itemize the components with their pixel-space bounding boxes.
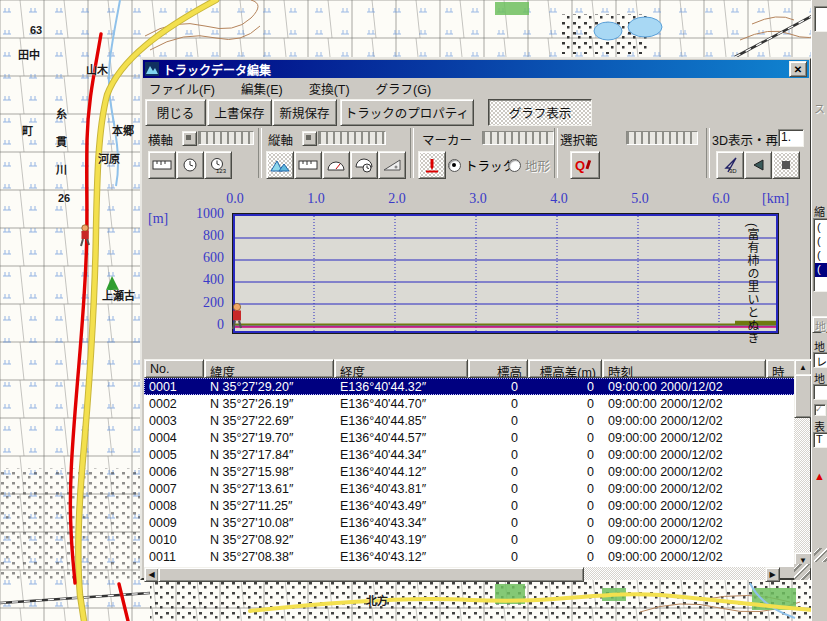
side-toolbox[interactable] bbox=[814, 6, 827, 32]
column-header[interactable]: No. bbox=[144, 359, 204, 378]
table-row[interactable]: 0010 N 35°27'08.92″ E136°40'43.19″ 0 0 0… bbox=[144, 531, 796, 548]
marker-label: マーカー bbox=[422, 130, 472, 149]
marker-pin-button[interactable] bbox=[418, 151, 446, 179]
table-row[interactable]: 0001 N 35°27'29.20″ E136°40'44.32″ 0 0 0… bbox=[144, 378, 796, 395]
cell-elevation: 0 bbox=[468, 482, 528, 496]
x-unit-label: [km] bbox=[762, 191, 789, 207]
side-dropdown-1[interactable]: レ bbox=[813, 352, 827, 368]
vaxis-option-button[interactable] bbox=[302, 131, 317, 146]
column-header[interactable]: 時 bbox=[766, 359, 796, 378]
svg-text:Q: Q bbox=[575, 158, 585, 173]
divider bbox=[258, 128, 262, 178]
target-track-radio[interactable]: トラック bbox=[448, 156, 515, 175]
side-checkbox[interactable]: ✓ bbox=[814, 404, 826, 416]
list-item[interactable]: ( bbox=[815, 221, 827, 235]
vaxis-slider[interactable] bbox=[318, 131, 386, 145]
menu-edit[interactable]: 編集(E) bbox=[241, 79, 283, 98]
side-header-1: ス bbox=[814, 100, 825, 116]
haxis-option-button[interactable] bbox=[182, 131, 197, 146]
marker-jump-button[interactable]: Q bbox=[570, 151, 600, 179]
cell-no: 0010 bbox=[144, 533, 204, 547]
column-header[interactable]: 時刻 bbox=[602, 359, 766, 378]
y-tick-label: 0 bbox=[144, 317, 224, 333]
vscroll-thumb[interactable] bbox=[794, 374, 812, 418]
column-header[interactable]: 緯度 bbox=[204, 359, 334, 378]
view-3d-button[interactable]: 3D bbox=[716, 151, 744, 179]
divider bbox=[554, 128, 558, 178]
cell-latitude: N 35°27'08.38″ bbox=[204, 550, 334, 564]
scroll-left-icon[interactable]: ◀ bbox=[144, 567, 159, 582]
cell-time: 09:00:00 2000/12/02 bbox=[602, 380, 766, 394]
stop-button[interactable] bbox=[772, 151, 800, 179]
table-row[interactable]: 0009 N 35°27'10.08″ E136°40'43.34″ 0 0 0… bbox=[144, 514, 796, 531]
haxis-distance-button[interactable] bbox=[148, 151, 176, 179]
resize-grip[interactable] bbox=[794, 564, 810, 580]
table-row[interactable]: 0007 N 35°27'13.61″ E136°40'43.81″ 0 0 0… bbox=[144, 480, 796, 497]
column-header[interactable]: 経度 bbox=[334, 359, 468, 378]
menu-file[interactable]: ファイル(F) bbox=[149, 79, 215, 98]
table-row[interactable]: 0003 N 35°27'22.69″ E136°40'44.85″ 0 0 0… bbox=[144, 412, 796, 429]
vaxis-slope-button[interactable] bbox=[378, 151, 406, 179]
hscroll-thumb[interactable] bbox=[158, 567, 584, 582]
table-vscrollbar[interactable]: ▲ ▼ bbox=[794, 359, 810, 567]
table-row[interactable]: 0006 N 35°27'15.98″ E136°40'44.12″ 0 0 0… bbox=[144, 463, 796, 480]
cell-elevation-diff: 0 bbox=[528, 533, 602, 547]
cell-elevation-diff: 0 bbox=[528, 516, 602, 530]
table-row[interactable]: 0004 N 35°27'19.70″ E136°40'44.57″ 0 0 0… bbox=[144, 429, 796, 446]
close-icon[interactable]: ✕ bbox=[789, 61, 807, 77]
target-terrain-radio[interactable]: 地形 bbox=[508, 156, 550, 175]
menu-bar: ファイル(F) 編集(E) 変換(T) グラフ(G) bbox=[143, 79, 815, 98]
menu-graph[interactable]: グラフ(G) bbox=[376, 79, 432, 98]
close-button[interactable]: 閉じる bbox=[145, 99, 206, 126]
x-tick-label: 4.0 bbox=[542, 191, 576, 207]
haxis-time-number-button[interactable]: 123 bbox=[204, 151, 232, 179]
list-item[interactable]: ( bbox=[815, 263, 827, 277]
cell-elevation: 0 bbox=[468, 448, 528, 462]
chart-cursor-person-icon[interactable] bbox=[228, 302, 246, 334]
table-row[interactable]: 0005 N 35°27'17.84″ E136°40'44.34″ 0 0 0… bbox=[144, 446, 796, 463]
cell-elevation: 0 bbox=[468, 499, 528, 513]
play-back-button[interactable] bbox=[744, 151, 772, 179]
graph-display-button[interactable]: グラフ表示 bbox=[488, 99, 592, 126]
cell-no: 0002 bbox=[144, 397, 204, 411]
title-bar: トラックデータ編集 ✕ bbox=[143, 60, 809, 78]
scroll-right-icon[interactable]: ▶ bbox=[765, 567, 780, 582]
waypoint-annotation: (富有柿の里いとぬき bbox=[744, 223, 761, 359]
column-header[interactable]: 標高 bbox=[468, 359, 528, 378]
marker-slider[interactable] bbox=[482, 131, 554, 145]
menu-convert[interactable]: 変換(T) bbox=[309, 79, 350, 98]
marker-pin-icon bbox=[423, 157, 441, 174]
table-row[interactable]: 0011 N 35°27'08.38″ E136°40'43.12″ 0 0 0… bbox=[144, 548, 796, 565]
app-icon bbox=[145, 62, 159, 76]
table-hscrollbar[interactable]: ◀ ▶ bbox=[144, 567, 778, 580]
side-dropdown-3[interactable]: T bbox=[813, 432, 827, 448]
column-header[interactable]: 標高差(m) bbox=[528, 359, 602, 378]
cell-elevation-diff: 0 bbox=[528, 482, 602, 496]
vaxis-elevation-button[interactable] bbox=[266, 151, 294, 179]
side-dropdown-2[interactable] bbox=[813, 384, 827, 400]
cell-no: 0006 bbox=[144, 465, 204, 479]
haxis-time-button[interactable] bbox=[176, 151, 204, 179]
speed-field[interactable]: 1. bbox=[778, 129, 804, 147]
vaxis-pace-button[interactable] bbox=[350, 151, 378, 179]
list-item[interactable]: ( bbox=[815, 235, 827, 249]
table-row[interactable]: 0002 N 35°27'26.19″ E136°40'44.70″ 0 0 0… bbox=[144, 395, 796, 412]
list-item[interactable]: ( bbox=[815, 249, 827, 263]
cell-elevation-diff: 0 bbox=[528, 465, 602, 479]
vaxis-distance-button[interactable] bbox=[294, 151, 322, 179]
track-properties-button[interactable]: トラックのプロパティ bbox=[340, 99, 474, 126]
scale-listbox[interactable]: (((( bbox=[813, 218, 827, 292]
cell-elevation-diff: 0 bbox=[528, 414, 602, 428]
cell-elevation: 0 bbox=[468, 550, 528, 564]
y-tick-label: 800 bbox=[144, 228, 224, 244]
cell-longitude: E136°40'44.70″ bbox=[334, 397, 468, 411]
overwrite-save-button[interactable]: 上書保存 bbox=[207, 99, 272, 126]
track-data-edit-window: トラックデータ編集 ✕ ファイル(F) 編集(E) 変換(T) グラフ(G) 閉… bbox=[140, 57, 812, 580]
elevation-plot[interactable] bbox=[233, 214, 778, 333]
haxis-slider[interactable] bbox=[198, 131, 254, 145]
save-as-new-button[interactable]: 新規保存 bbox=[272, 99, 337, 126]
table-row[interactable]: 0008 N 35°27'11.25″ E136°40'43.49″ 0 0 0… bbox=[144, 497, 796, 514]
vaxis-speed-button[interactable] bbox=[322, 151, 350, 179]
ruler-icon bbox=[152, 158, 172, 172]
selection-slider[interactable] bbox=[626, 131, 698, 145]
